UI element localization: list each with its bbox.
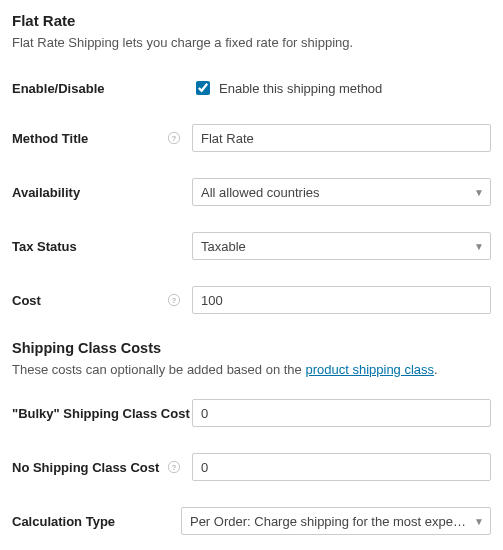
enable-checkbox-label: Enable this shipping method [219, 81, 382, 96]
shipping-classes-heading: Shipping Class Costs [12, 340, 491, 356]
page-title: Flat Rate [12, 12, 491, 29]
chevron-down-icon: ▼ [474, 187, 484, 198]
enable-checkbox-wrap[interactable]: Enable this shipping method [192, 78, 382, 98]
desc-post: . [434, 362, 438, 377]
no-class-cost-input[interactable] [192, 453, 491, 481]
row-bulky-cost: "Bulky" Shipping Class Cost ? [12, 399, 491, 427]
help-icon[interactable]: ? [166, 292, 182, 308]
chevron-down-icon: ▼ [474, 516, 484, 527]
label-cost: Cost [12, 293, 41, 308]
method-title-input[interactable] [192, 124, 491, 152]
row-enable: Enable/Disable Enable this shipping meth… [12, 78, 491, 98]
row-availability: Availability All allowed countries ▼ [12, 178, 491, 206]
page-description: Flat Rate Shipping lets you charge a fix… [12, 35, 491, 50]
svg-text:?: ? [172, 134, 177, 143]
availability-select[interactable]: All allowed countries ▼ [192, 178, 491, 206]
label-calc-type: Calculation Type [12, 514, 115, 529]
tax-status-select[interactable]: Taxable ▼ [192, 232, 491, 260]
calc-type-select-value: Per Order: Charge shipping for the most … [190, 514, 466, 529]
label-method-title: Method Title [12, 131, 88, 146]
bulky-cost-input[interactable] [192, 399, 491, 427]
chevron-down-icon: ▼ [474, 241, 484, 252]
svg-text:?: ? [172, 463, 177, 472]
row-no-class-cost: No Shipping Class Cost ? [12, 453, 491, 481]
label-availability: Availability [12, 185, 80, 200]
label-tax-status: Tax Status [12, 239, 77, 254]
row-tax-status: Tax Status Taxable ▼ [12, 232, 491, 260]
row-method-title: Method Title ? [12, 124, 491, 152]
calc-type-select[interactable]: Per Order: Charge shipping for the most … [181, 507, 491, 535]
tax-status-select-value: Taxable [201, 239, 246, 254]
availability-select-value: All allowed countries [201, 185, 320, 200]
desc-pre: These costs can optionally be added base… [12, 362, 305, 377]
enable-checkbox[interactable] [196, 81, 210, 95]
product-shipping-class-link[interactable]: product shipping class [305, 362, 434, 377]
label-enable: Enable/Disable [12, 81, 104, 96]
help-icon[interactable]: ? [166, 459, 182, 475]
cost-input[interactable] [192, 286, 491, 314]
label-bulky-cost: "Bulky" Shipping Class Cost [12, 406, 190, 421]
shipping-classes-desc: These costs can optionally be added base… [12, 362, 491, 377]
row-cost: Cost ? [12, 286, 491, 314]
help-icon[interactable]: ? [166, 130, 182, 146]
svg-text:?: ? [172, 296, 177, 305]
row-calc-type: Calculation Type Per Order: Charge shipp… [12, 507, 491, 535]
label-no-class-cost: No Shipping Class Cost [12, 460, 159, 475]
